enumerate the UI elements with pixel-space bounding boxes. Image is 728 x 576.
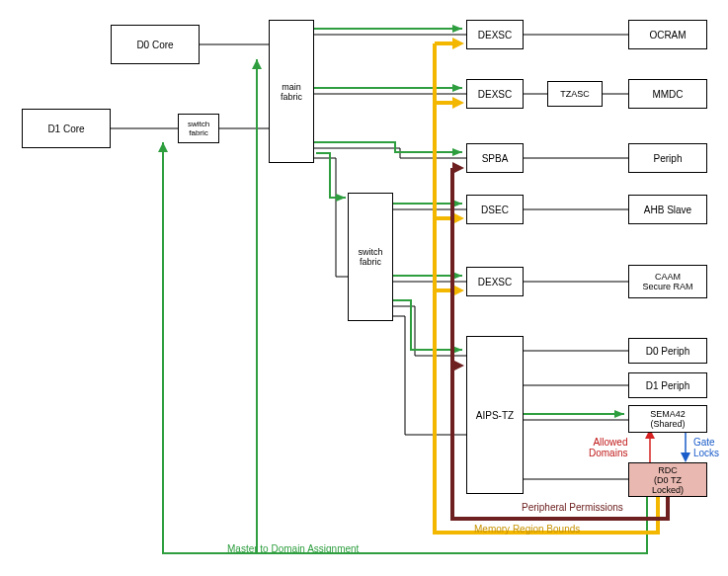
d0-core-block: D0 Core: [111, 25, 200, 64]
mmdc-block: MMDC: [628, 79, 707, 109]
svg-marker-22: [452, 84, 462, 92]
dsec-block: DSEC: [466, 195, 524, 224]
dexsc-3-label: DEXSC: [478, 277, 512, 288]
ahb-slave-label: AHB Slave: [644, 205, 691, 215]
caam-label: CAAM Secure RAM: [642, 272, 692, 291]
switch-fabric-2-label: switch fabric: [358, 247, 382, 267]
svg-marker-33: [452, 38, 464, 49]
dexsc-1-label: DEXSC: [478, 30, 512, 41]
svg-marker-35: [452, 97, 464, 109]
switch-fabric-1-block: switch fabric: [178, 114, 219, 143]
main-fabric-block: main fabric: [269, 20, 314, 163]
peripheral-permissions-label: Peripheral Permissions: [522, 502, 623, 513]
d1-core-block: D1 Core: [22, 109, 111, 148]
periph-label: Periph: [654, 153, 683, 164]
dsec-label: DSEC: [481, 205, 509, 215]
svg-marker-24: [336, 194, 346, 202]
allowed-domains-label: Allowed Domains: [589, 437, 627, 458]
d0-core-label: D0 Core: [136, 40, 173, 50]
periph-block: Periph: [628, 143, 707, 173]
rdc-block: RDC (D0 TZ Locked): [628, 462, 707, 497]
svg-marker-17: [158, 142, 168, 152]
rdc-label: RDC (D0 TZ Locked): [652, 465, 684, 495]
tzasc-block: TZASC: [547, 81, 603, 107]
d0-periph-block: D0 Periph: [628, 338, 707, 364]
svg-marker-23: [452, 148, 462, 156]
dexsc-1-block: DEXSC: [466, 20, 524, 49]
aips-tz-label: AIPS-TZ: [476, 410, 514, 421]
dexsc-3-block: DEXSC: [466, 267, 524, 296]
d1-periph-label: D1 Periph: [646, 380, 689, 391]
sema42-block: SEMA42 (Shared): [628, 405, 707, 433]
d1-core-label: D1 Core: [47, 123, 84, 134]
dexsc-2-block: DEXSC: [466, 79, 524, 109]
master-to-domain-label: Master to Domain Assignment: [227, 543, 359, 554]
ahb-slave-block: AHB Slave: [628, 195, 707, 224]
ocram-block: OCRAM: [628, 20, 707, 49]
caam-block: CAAM Secure RAM: [628, 265, 707, 298]
dexsc-2-label: DEXSC: [478, 89, 512, 100]
svg-marker-18: [252, 59, 262, 69]
svg-marker-47: [681, 453, 690, 462]
spba-label: SPBA: [482, 153, 509, 164]
svg-marker-43: [452, 360, 464, 371]
svg-marker-31: [614, 410, 624, 418]
spba-block: SPBA: [466, 143, 524, 173]
memory-region-bounds-label: Memory Region Bounds: [474, 524, 580, 535]
ocram-label: OCRAM: [649, 30, 686, 41]
d0-periph-label: D0 Periph: [646, 346, 689, 357]
svg-marker-20: [452, 25, 462, 33]
sema42-label: SEMA42 (Shared): [650, 409, 686, 429]
aips-tz-block: AIPS-TZ: [466, 336, 524, 494]
main-fabric-label: main fabric: [281, 82, 302, 102]
mmdc-label: MMDC: [652, 89, 683, 100]
svg-marker-41: [452, 162, 464, 174]
switch-fabric-2-block: switch fabric: [348, 193, 393, 321]
gate-locks-label: Gate Locks: [693, 437, 719, 458]
tzasc-label: TZASC: [560, 89, 590, 99]
d1-periph-block: D1 Periph: [628, 372, 707, 398]
switch-fabric-1-label: switch fabric: [188, 120, 209, 137]
